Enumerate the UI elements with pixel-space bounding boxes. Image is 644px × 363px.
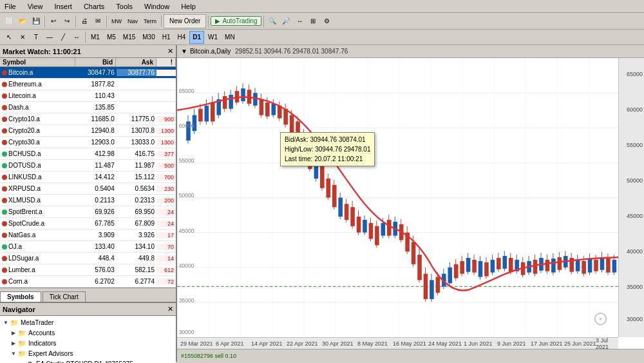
menu-help[interactable]: Help: [179, 2, 198, 11]
undo-btn[interactable]: ↩: [47, 14, 60, 28]
mw-last-7: 377: [156, 151, 176, 157]
menu-window[interactable]: Window: [142, 2, 171, 11]
mw-row-17[interactable]: Lumber.a576.03582.15612: [0, 264, 176, 276]
neworder-btn[interactable]: New Order: [164, 14, 206, 28]
mw-row-9[interactable]: LINKUSD.a14.41215.112700: [0, 172, 176, 183]
tf-mn[interactable]: MN: [222, 31, 238, 44]
play-icon: ▶: [215, 17, 220, 25]
nav-label-experts: Expert Advisors: [28, 350, 73, 357]
mw-ask-10: 0.5634: [117, 185, 156, 192]
main-layout: Market Watch: 11:00:21 ✕ Symbol Bid Ask …: [0, 45, 644, 362]
mw-symbol-2: Litecoin.a: [0, 92, 77, 99]
navigator-btn[interactable]: Nav: [125, 14, 140, 28]
nav-metatrader[interactable]: ▼ 📁 MetaTrader: [0, 317, 176, 328]
redo-btn[interactable]: ↪: [61, 14, 73, 28]
chart-auto-btn[interactable]: ⊞: [307, 14, 319, 28]
arrow-experts[interactable]: ▼: [10, 350, 17, 357]
chart-shift-btn[interactable]: ↔: [293, 14, 306, 28]
nav-ea-studio[interactable]: ▶ ⚙ EA Studio BTCUSD D1 48765275: [0, 358, 176, 363]
mw-symbol-8: DOTUSD.a: [0, 162, 77, 169]
tf-m30[interactable]: M30: [139, 31, 158, 44]
mw-row-6[interactable]: Crypto30.a12903.013033.01300: [0, 137, 176, 148]
chart-title-text: Bitcoin.a,Daily: [190, 48, 231, 55]
mw-row-5[interactable]: Crypto20.a12940.813070.81300: [0, 125, 176, 137]
chart-canvas[interactable]: Bid/Ask: 30944.76 30874.01 High/Low: 309…: [177, 58, 644, 349]
cursor-btn[interactable]: ↖: [3, 30, 15, 44]
chart-symbol-title: Bitcoin.a,Daily 29852.51 30944.76 29478.…: [190, 48, 348, 55]
terminal-btn[interactable]: Term: [141, 14, 159, 28]
mw-row-18[interactable]: Corn.a6.27026.277472: [0, 276, 176, 288]
nav-experts[interactable]: ▼ 📁 Expert Advisors: [0, 348, 176, 358]
menu-file[interactable]: File: [3, 2, 18, 11]
navigator-close[interactable]: ✕: [167, 305, 173, 313]
mw-row-12[interactable]: SpotBrent.a69.92669.95024: [0, 206, 176, 218]
mw-row-11[interactable]: XLMUSD.a0.21130.2313200: [0, 195, 176, 206]
mw-ask-9: 15.112: [117, 173, 156, 181]
dot-icon-7: [2, 152, 7, 157]
tf-h4[interactable]: H4: [175, 31, 189, 44]
trendline-btn[interactable]: ╱: [57, 30, 70, 44]
sep4: [161, 15, 162, 27]
autotrading-label: AutoTrading: [222, 17, 257, 25]
tf-m15[interactable]: M15: [120, 31, 138, 44]
zoom-out-btn[interactable]: 🔎: [279, 14, 292, 28]
menu-charts[interactable]: Charts: [82, 2, 106, 11]
mw-row-0[interactable]: Bitcoin.a30847.7630877.763000: [0, 67, 176, 79]
nav-accounts[interactable]: ▶ 📁 Accounts: [0, 328, 176, 338]
properties-btn[interactable]: ⚙: [320, 14, 333, 28]
zoom-in-btn[interactable]: 🔍: [266, 14, 279, 28]
svg-rect-112: [497, 258, 501, 270]
mw-row-8[interactable]: DOTUSD.a11.48711.987500: [0, 160, 176, 172]
mw-row-14[interactable]: NatGas.a3.9093.92617: [0, 230, 176, 241]
chart-p4: 30847.76: [321, 48, 348, 55]
menu-tools[interactable]: Tools: [114, 2, 135, 11]
hline-btn[interactable]: —: [43, 30, 56, 44]
market-watch-btn[interactable]: MW: [109, 14, 124, 28]
col-symbol: Symbol: [0, 58, 75, 66]
tf-m5[interactable]: M5: [104, 31, 119, 44]
tf-w1[interactable]: W1: [205, 31, 221, 44]
fib-btn[interactable]: ↔: [70, 30, 83, 44]
crosshair-btn[interactable]: ✕: [16, 30, 29, 44]
svg-rect-84: [412, 242, 416, 264]
nav-indicators[interactable]: ▶ 📁 Indicators: [0, 338, 176, 348]
arrow-accounts[interactable]: ▶: [10, 329, 17, 336]
open-btn[interactable]: 📂: [16, 14, 29, 28]
date-label-9: 1 Jun 2021: [464, 340, 493, 347]
price-50k: 50000: [627, 177, 643, 184]
market-watch-close[interactable]: ✕: [167, 47, 173, 55]
chart-expand-icon[interactable]: ▼: [181, 48, 187, 55]
menu-view[interactable]: View: [26, 2, 45, 11]
mw-row-2[interactable]: Litecoin.a110.43: [0, 90, 176, 102]
order-info: #155082796 sell 0.10: [181, 353, 236, 359]
tab-tickchart[interactable]: Tick Chart: [43, 291, 86, 302]
autotrading-btn[interactable]: ▶ AutoTrading: [211, 16, 261, 26]
print-btn[interactable]: 🖨: [78, 14, 91, 28]
email-btn[interactable]: ✉: [91, 14, 104, 28]
mw-row-3[interactable]: Dash.a135.85: [0, 102, 176, 113]
menu-insert[interactable]: Insert: [52, 2, 74, 11]
mw-row-7[interactable]: BCHUSD.a412.98416.75377: [0, 148, 176, 160]
new-chart-btn[interactable]: ⬜: [3, 14, 15, 28]
mw-row-16[interactable]: LDSugar.a448.4449.814: [0, 253, 176, 264]
tf-m1[interactable]: M1: [88, 31, 103, 44]
tf-h1[interactable]: H1: [159, 31, 174, 44]
svg-text:50000: 50000: [179, 192, 194, 199]
mw-row-13[interactable]: SpotCrude.a67.78567.80924: [0, 218, 176, 230]
svg-rect-106: [478, 261, 483, 277]
navigator-title: Navigator: [3, 306, 35, 313]
chart-watermark: ⊙: [592, 307, 609, 329]
tab-symbols[interactable]: Symbols: [0, 291, 41, 302]
mw-row-1[interactable]: Ethereum.a1877.82: [0, 79, 176, 90]
text-btn[interactable]: T: [30, 30, 43, 44]
arrow-metatrader[interactable]: ▼: [3, 319, 9, 326]
mw-row-10[interactable]: XRPUSD.a0.54040.5634230: [0, 183, 176, 195]
mw-row-4[interactable]: Crypto10.a11685.011775.0900: [0, 113, 176, 125]
save-btn[interactable]: 💾: [30, 14, 43, 28]
tf-d1[interactable]: D1: [189, 31, 204, 44]
arrow-indicators[interactable]: ▶: [10, 340, 17, 346]
svg-rect-24: [229, 95, 233, 109]
mw-row-15[interactable]: OJ.a133.40134.1070: [0, 241, 176, 253]
mw-symbol-0: Bitcoin.a: [0, 69, 77, 76]
svg-rect-90: [430, 280, 434, 299]
